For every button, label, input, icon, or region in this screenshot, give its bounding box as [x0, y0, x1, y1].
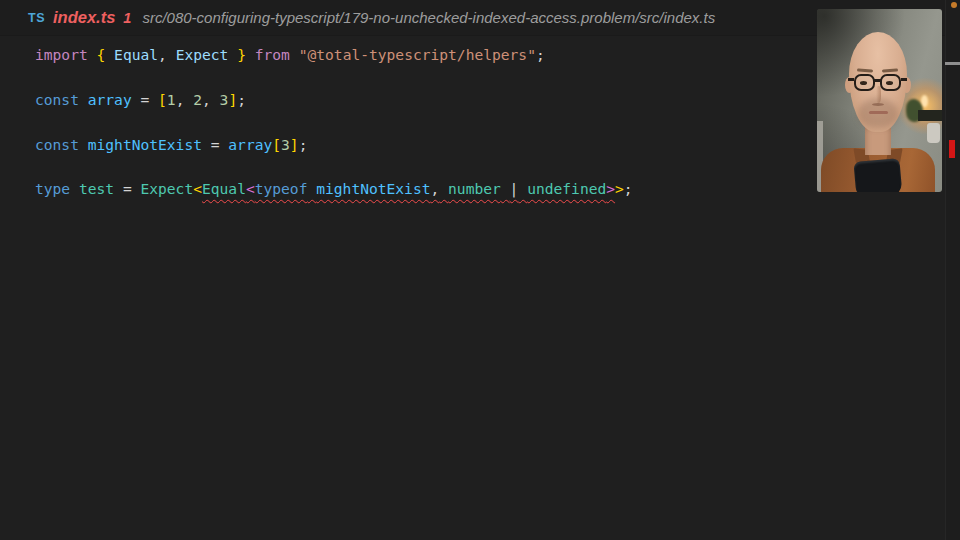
- code-token: Equal: [202, 180, 246, 197]
- code-token: ;: [299, 136, 308, 153]
- glasses-bridge: [874, 79, 882, 82]
- microphone: [853, 158, 902, 192]
- code-token: [79, 136, 88, 153]
- eyebrow-left: [857, 68, 873, 72]
- code-token: 2: [193, 91, 202, 108]
- error-marker[interactable]: [949, 140, 955, 158]
- scrollbar-thumb[interactable]: [945, 62, 960, 65]
- mouth: [869, 111, 888, 114]
- code-token: [439, 180, 448, 197]
- code-token: <: [246, 180, 255, 197]
- code-line[interactable]: type test = Expect<Equal<typeof mightNot…: [35, 178, 915, 200]
- code-token: ,: [202, 91, 220, 108]
- code-token: Equal: [114, 46, 158, 63]
- code-token: 3: [281, 136, 290, 153]
- code-token: 1: [167, 91, 176, 108]
- code-token: =: [132, 91, 158, 108]
- code-token: [228, 46, 237, 63]
- code-token: "@total-typescript/helpers": [299, 46, 536, 63]
- code-token: [105, 46, 114, 63]
- code-token: [: [272, 136, 281, 153]
- code-token: [79, 91, 88, 108]
- code-token: array: [88, 91, 132, 108]
- code-token: const: [35, 91, 79, 108]
- code-token: mightNotExist: [88, 136, 202, 153]
- typescript-file-icon: TS: [28, 11, 45, 25]
- code-token: Expect: [140, 180, 193, 197]
- code-token: ,: [430, 180, 439, 197]
- code-token: >: [615, 180, 624, 197]
- code-line[interactable]: [35, 66, 915, 88]
- code-token: }: [237, 46, 246, 63]
- code-token: [518, 180, 527, 197]
- code-token: =: [114, 180, 140, 197]
- code-line[interactable]: [35, 111, 915, 133]
- eyebrow-right: [882, 68, 898, 72]
- code-token: [290, 46, 299, 63]
- tab-file-name[interactable]: index.ts: [53, 8, 115, 27]
- glasses-temple-right: [901, 78, 907, 81]
- presenter-head: [849, 32, 907, 132]
- code-token: Expect: [176, 46, 229, 63]
- code-token: array: [228, 136, 272, 153]
- code-token: ;: [237, 91, 246, 108]
- code-line[interactable]: const array = [1, 2, 3];: [35, 89, 915, 111]
- scrollbar-track[interactable]: [945, 0, 960, 540]
- code-token: typeof: [255, 180, 308, 197]
- code-token: type: [35, 180, 70, 197]
- code-token: [501, 180, 510, 197]
- tab-bar: TS index.ts 1 src/080-configuring-typesc…: [0, 0, 945, 36]
- code-token: [246, 46, 255, 63]
- breadcrumb[interactable]: src/080-configuring-typescript/179-no-un…: [142, 9, 715, 26]
- code-line[interactable]: import { Equal, Expect } from "@total-ty…: [35, 44, 915, 66]
- code-line[interactable]: [35, 156, 915, 178]
- eye-right: [886, 81, 893, 85]
- code-token: [: [158, 91, 167, 108]
- code-token: number: [448, 180, 501, 197]
- code-token: undefined: [527, 180, 606, 197]
- code-token: {: [97, 46, 106, 63]
- code-token: import: [35, 46, 88, 63]
- code-token: [307, 180, 316, 197]
- code-token: test: [79, 180, 114, 197]
- code-token: const: [35, 136, 79, 153]
- code-token: ,: [176, 91, 194, 108]
- modified-indicator-dot: [951, 2, 957, 8]
- code-token: [167, 46, 176, 63]
- code-line[interactable]: const mightNotExist = array[3];: [35, 134, 915, 156]
- code-token: [88, 46, 97, 63]
- vscode-window: TS index.ts 1 src/080-configuring-typesc…: [0, 0, 960, 540]
- code-token: from: [255, 46, 290, 63]
- code-token: [70, 180, 79, 197]
- code-area[interactable]: import { Equal, Expect } from "@total-ty…: [35, 44, 915, 201]
- code-token: ;: [624, 180, 633, 197]
- background-vase: [927, 123, 940, 143]
- code-token: =: [202, 136, 228, 153]
- eye-left: [860, 81, 867, 85]
- code-token: ;: [536, 46, 545, 63]
- code-token: <: [193, 180, 202, 197]
- code-token: ]: [228, 91, 237, 108]
- code-token: >: [606, 180, 615, 197]
- code-token: mightNotExist: [316, 180, 430, 197]
- code-token: ,: [158, 46, 167, 63]
- background-shelf: [918, 110, 942, 121]
- presenter-webcam: [817, 9, 942, 192]
- code-token: ]: [290, 136, 299, 153]
- tab-problem-count-badge: 1: [123, 10, 131, 26]
